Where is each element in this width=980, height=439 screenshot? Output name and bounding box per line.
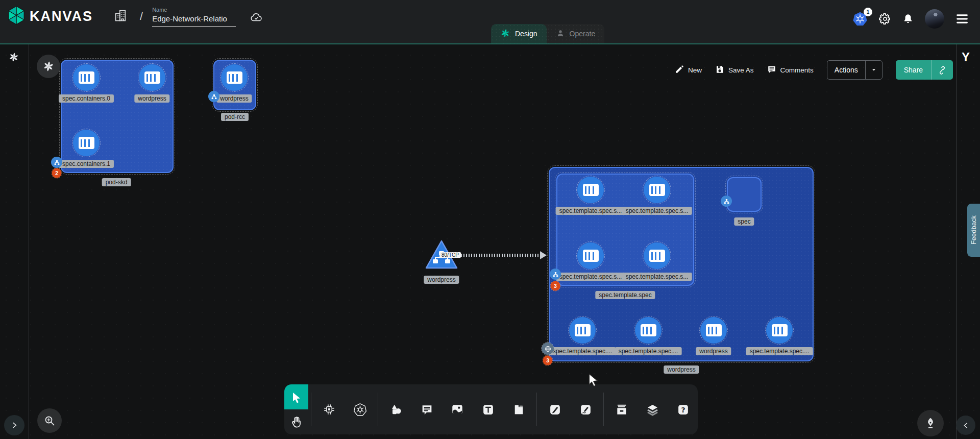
container-icon: [227, 71, 242, 84]
container-node[interactable]: [700, 317, 727, 344]
service-edge[interactable]: [458, 254, 540, 257]
canvas-dock-toolbar: ?: [284, 384, 698, 434]
container-label: wordpress: [216, 94, 252, 103]
group-label: pod-rcc: [221, 113, 249, 121]
tab-design-label: Design: [515, 30, 537, 38]
kanvas-logo[interactable]: KANVAS: [7, 5, 93, 28]
new-button[interactable]: New: [675, 65, 702, 76]
container-icon: [641, 324, 656, 336]
network-badge-icon[interactable]: [550, 269, 561, 280]
actions-split-button[interactable]: Actions: [827, 60, 883, 80]
group-label: pod-skd: [102, 178, 131, 186]
image-button[interactable]: [445, 397, 470, 422]
container-label: spec.template.spec....: [746, 347, 813, 355]
group-label: wordpress: [664, 365, 699, 374]
tab-operate[interactable]: Operate: [547, 24, 605, 43]
dock-divider: [536, 393, 537, 426]
container-node[interactable]: [577, 177, 604, 203]
container-icon: [772, 324, 788, 336]
brand-wordmark: KANVAS: [30, 9, 93, 25]
text-button[interactable]: [476, 397, 500, 422]
container-node[interactable]: [73, 130, 100, 156]
dock-divider: [378, 393, 378, 426]
hand-tool-button[interactable]: [284, 409, 308, 434]
count-badge[interactable]: 2: [52, 168, 62, 178]
container-label: wordpress: [696, 347, 731, 355]
actions-caret-icon[interactable]: [865, 61, 882, 79]
kubernetes-handle-icon[interactable]: [37, 55, 60, 78]
container-node[interactable]: [569, 317, 596, 344]
expand-left-panel-button[interactable]: [4, 415, 24, 435]
drawer-button[interactable]: [609, 397, 634, 422]
count-badge[interactable]: 3: [543, 356, 553, 365]
globe-badge-icon[interactable]: [542, 343, 554, 355]
kubernetes-wheel-button[interactable]: [348, 397, 372, 422]
save-as-button[interactable]: Save As: [715, 65, 754, 76]
sticky-note-button[interactable]: [506, 397, 531, 422]
actions-button-label[interactable]: Actions: [827, 66, 865, 74]
app-header: KANVAS / Name: [0, 0, 980, 43]
design-name-input[interactable]: [152, 13, 236, 27]
comments-button-label: Comments: [780, 66, 814, 74]
mouse-cursor: [587, 373, 600, 389]
container-node[interactable]: [139, 64, 165, 91]
comment-icon: [767, 65, 776, 76]
edge-arrowhead-icon: [540, 251, 547, 259]
operate-person-icon: [556, 29, 565, 39]
kubernetes-context-button[interactable]: 1: [852, 11, 868, 27]
settings-gear-icon[interactable]: [879, 13, 891, 25]
container-node[interactable]: [73, 64, 100, 91]
pen-path-button[interactable]: [543, 397, 567, 422]
tab-design[interactable]: Design: [491, 24, 547, 43]
save-as-button-label: Save As: [728, 66, 754, 74]
container-node[interactable]: [766, 317, 793, 344]
pencil-icon: [675, 65, 684, 76]
name-field-label: Name: [152, 7, 236, 13]
network-badge-icon[interactable]: [208, 91, 219, 102]
container-icon: [649, 250, 665, 262]
layers-button[interactable]: [640, 397, 665, 422]
tab-operate-label: Operate: [570, 30, 596, 38]
cursor-tool-button[interactable]: [284, 384, 308, 409]
count-badge[interactable]: 3: [551, 281, 560, 291]
spec-label: spec: [734, 217, 754, 226]
organization-icon[interactable]: [113, 8, 128, 25]
ink-pen-button[interactable]: [917, 410, 944, 436]
hamburger-menu-icon[interactable]: [955, 13, 969, 25]
container-label: spec.template.spec.s...: [556, 273, 626, 281]
container-icon: [79, 71, 94, 84]
collapse-right-panel-button[interactable]: [956, 416, 975, 435]
share-button-label[interactable]: Share: [896, 66, 931, 74]
container-icon: [649, 184, 665, 196]
share-link-icon[interactable]: [931, 60, 953, 80]
network-badge-icon[interactable]: [51, 157, 62, 168]
comments-button[interactable]: Comments: [767, 65, 814, 76]
container-label: spec.containers.1: [59, 160, 114, 168]
share-split-button[interactable]: Share: [896, 60, 953, 80]
container-label: spec.template.spec....: [549, 347, 616, 355]
kanvas-app: KANVAS / Name: [0, 0, 980, 439]
integration-chip-button[interactable]: [317, 397, 341, 422]
container-node[interactable]: [221, 64, 248, 91]
floppy-disk-icon: [715, 65, 724, 76]
container-node[interactable]: [635, 317, 662, 344]
network-badge-icon[interactable]: [721, 196, 732, 207]
shapes-button[interactable]: [384, 397, 408, 422]
notifications-bell-icon[interactable]: [902, 13, 914, 25]
help-button[interactable]: ?: [671, 397, 695, 422]
dock-divider: [603, 393, 604, 426]
kubernetes-count-badge: 1: [864, 8, 872, 16]
spec-square-node[interactable]: [727, 177, 762, 212]
zoom-in-button[interactable]: [37, 408, 62, 433]
pencil-scribble-button[interactable]: [573, 397, 598, 422]
container-node[interactable]: [577, 242, 604, 269]
user-avatar[interactable]: [925, 9, 944, 29]
container-node[interactable]: [644, 177, 670, 203]
mode-tabs: Design Operate: [491, 24, 604, 43]
svg-text:?: ?: [681, 405, 685, 413]
cloud-saved-icon: [249, 11, 263, 26]
container-node[interactable]: [644, 242, 670, 269]
comment-bubble-button[interactable]: [414, 397, 439, 422]
feedback-tab[interactable]: Feedback: [967, 204, 980, 257]
container-label: spec.template.spec.s...: [556, 207, 626, 215]
